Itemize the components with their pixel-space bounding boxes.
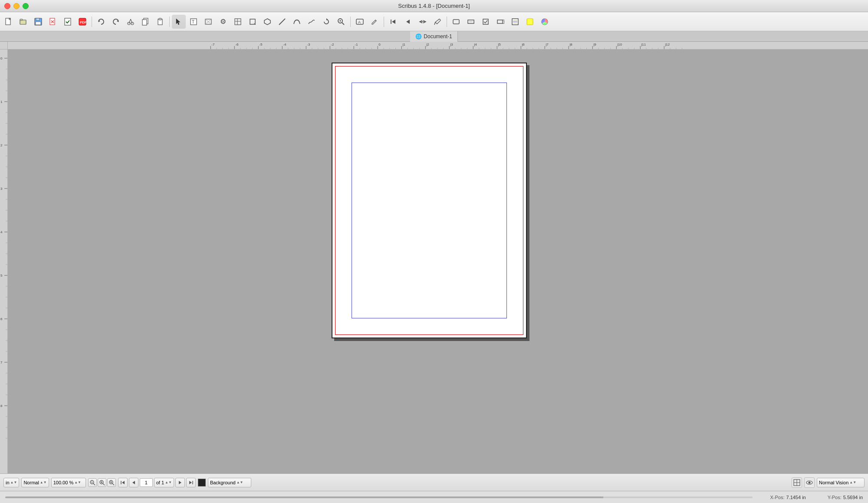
display-icon-button[interactable] (792, 477, 802, 488)
paste-button[interactable] (153, 15, 167, 29)
normal-vision-label: Normal Vision (819, 480, 848, 485)
document-tab[interactable]: 🌐 Document-1 (410, 31, 457, 42)
polygon-button[interactable] (260, 15, 274, 29)
svg-text:|3: |3 (450, 43, 453, 46)
close-doc-button[interactable] (46, 15, 60, 29)
pdf-list-button[interactable] (508, 15, 522, 29)
svg-text:|5: |5 (498, 43, 501, 46)
bleed-border (335, 66, 523, 335)
table-button[interactable] (231, 15, 245, 29)
last-page-nav-button[interactable] (186, 478, 196, 487)
minimize-button[interactable] (13, 3, 20, 9)
export-pdf-button[interactable]: PDF (76, 15, 89, 29)
mode-selector[interactable]: Normal ▲▼ (21, 478, 49, 487)
page-of-label: of 1 (156, 480, 164, 485)
mode-label: Normal (23, 480, 39, 485)
cut-button[interactable] (124, 15, 138, 29)
script-button[interactable]: ⚙ (216, 15, 230, 29)
vision-arrow-icon: ▲▼ (849, 480, 856, 484)
unit-label: in (6, 480, 10, 485)
prev-page-nav-button[interactable] (129, 478, 138, 487)
close-button[interactable] (4, 3, 10, 9)
page-number-input[interactable] (140, 478, 153, 487)
normal-vision-selector[interactable]: Normal Vision ▲▼ (817, 478, 865, 487)
svg-line-215 (112, 483, 114, 485)
link-frames-button[interactable] (416, 15, 430, 29)
svg-text:-3: -3 (307, 43, 310, 46)
open-button[interactable] (16, 15, 30, 29)
page-of-dropdown[interactable]: of 1 ▲▼ (154, 478, 174, 487)
text-annotation-button[interactable]: A (353, 15, 367, 29)
new-button[interactable] (2, 15, 16, 29)
save-button[interactable] (31, 15, 45, 29)
zoom-label: 100.00 % (53, 480, 73, 485)
svg-line-208 (93, 483, 95, 485)
sep-3 (350, 17, 351, 27)
sep-1 (92, 17, 92, 27)
first-page-nav-button[interactable] (118, 478, 128, 487)
layer-arrow-icon: ▲▼ (237, 480, 243, 484)
unit-selector[interactable]: in ▲▼ (3, 478, 19, 487)
redo-button[interactable] (109, 15, 123, 29)
svg-text:PDF: PDF (80, 20, 86, 24)
pdf-checkbox-button[interactable] (479, 15, 493, 29)
canvas-area[interactable] (8, 50, 868, 473)
svg-text:-6: -6 (235, 43, 239, 46)
prev-page-button[interactable] (401, 15, 415, 29)
margin-border (352, 83, 507, 318)
svg-text:A: A (358, 20, 361, 24)
document-page[interactable] (332, 63, 527, 338)
rotate-button[interactable] (319, 15, 333, 29)
layer-selector[interactable]: Background ▲▼ (208, 478, 251, 487)
zoom-reset-button[interactable] (98, 478, 106, 487)
svg-text:-7: -7 (211, 43, 215, 46)
first-page-button[interactable] (386, 15, 400, 29)
ruler-corner (0, 42, 8, 50)
xpos-value: 7.1454 in (786, 495, 806, 500)
ypos-label: Y-Pos: (828, 495, 842, 500)
pdf-textfield-button[interactable] (464, 15, 478, 29)
svg-marker-46 (406, 20, 410, 24)
svg-rect-60 (527, 19, 533, 25)
sep-5 (447, 17, 447, 27)
background-color-swatch[interactable] (198, 479, 206, 486)
svg-line-35 (279, 19, 285, 25)
svg-marker-45 (392, 20, 395, 24)
tabbar: 🌐 Document-1 (0, 31, 868, 42)
pdf-button-button[interactable] (449, 15, 463, 29)
image-frame-button[interactable] (201, 15, 215, 29)
svg-text:4: 4 (0, 230, 3, 234)
edit-content-button[interactable] (368, 15, 381, 29)
color-mgmt-button[interactable] (538, 15, 552, 29)
shape-button[interactable] (246, 15, 260, 29)
undo-button[interactable] (94, 15, 108, 29)
page-navigation: of 1 ▲▼ (118, 478, 196, 487)
svg-line-48 (434, 22, 435, 25)
freehand-button[interactable] (305, 15, 319, 29)
unit-arrow-icon: ▲▼ (10, 480, 17, 484)
zoom-button[interactable] (334, 15, 348, 29)
zoom-out-button[interactable] (88, 478, 97, 487)
pdf-combo-button[interactable]: ▼ (493, 15, 507, 29)
toolbar: PDF T ⚙ (0, 12, 868, 31)
maximize-button[interactable] (23, 3, 29, 9)
svg-rect-5 (36, 18, 39, 20)
svg-marker-23 (176, 19, 180, 25)
bezier-button[interactable] (290, 15, 304, 29)
next-page-nav-button[interactable] (175, 478, 185, 487)
line-button[interactable] (275, 15, 289, 29)
layer-label: Background (210, 480, 236, 485)
preflight-button[interactable] (61, 15, 75, 29)
svg-text:|2: |2 (426, 43, 429, 46)
highlight-button[interactable] (523, 15, 537, 29)
arrow-tool-button[interactable] (172, 15, 186, 29)
zoom-display[interactable]: 100.00 % ▲▼ (51, 478, 86, 487)
zoom-in-button[interactable] (107, 478, 116, 487)
eye-button[interactable] (431, 15, 444, 29)
svg-rect-20 (142, 20, 147, 25)
svg-text:|10: |10 (617, 43, 622, 46)
copy-button[interactable] (138, 15, 152, 29)
edit-text-button[interactable]: T (187, 15, 201, 29)
vision-icon-button[interactable] (804, 477, 815, 488)
ruler-horizontal: -7-6-5-4-3-2-10|1|2|3|4|5|6|7|8|9|10|11|… (8, 42, 868, 50)
